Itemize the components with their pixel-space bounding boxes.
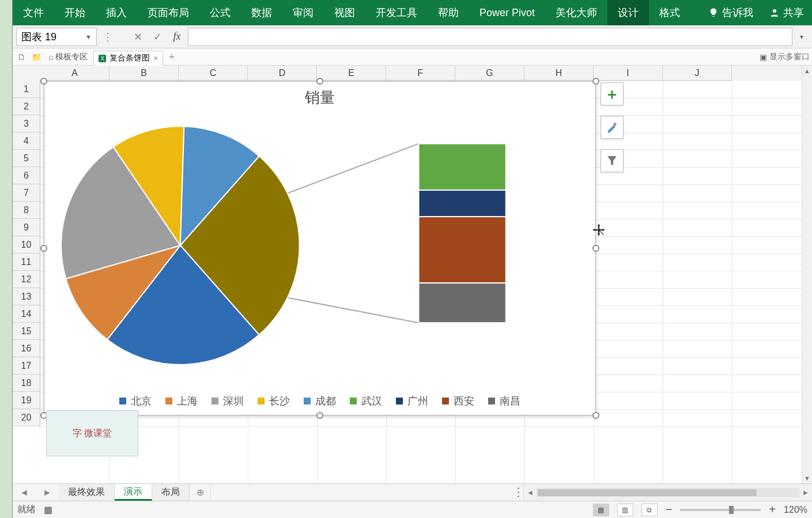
- column-header-G[interactable]: G: [455, 66, 524, 81]
- row-header-1[interactable]: 1: [13, 81, 40, 98]
- ribbon-tab-审阅[interactable]: 审阅: [282, 0, 324, 25]
- formula-input[interactable]: [188, 28, 792, 46]
- row-header-11[interactable]: 11: [13, 254, 40, 271]
- chart-legend[interactable]: 北京上海深圳长沙成都武汉广州西安南昌: [44, 394, 595, 408]
- hscroll-thumb[interactable]: [538, 489, 757, 496]
- chart-title[interactable]: 销量: [44, 88, 595, 108]
- legend-item-成都[interactable]: 成都: [304, 394, 336, 408]
- bar-segment-广州[interactable]: [419, 190, 506, 217]
- chart-handle[interactable]: [40, 78, 47, 85]
- chart-handle[interactable]: [316, 412, 323, 419]
- bar-segment-西安[interactable]: [419, 217, 506, 283]
- row-header-17[interactable]: 17: [13, 357, 40, 375]
- row-header-9[interactable]: 9: [13, 219, 40, 236]
- zoom-out-button[interactable]: −: [666, 503, 673, 516]
- column-header-D[interactable]: D: [248, 66, 317, 81]
- row-header-19[interactable]: 19: [13, 392, 40, 409]
- hscroll-right-icon[interactable]: ►: [799, 489, 812, 497]
- zoom-slider[interactable]: [680, 509, 761, 511]
- insert-function-icon[interactable]: fx: [168, 28, 186, 46]
- tell-me-button[interactable]: 告诉我: [700, 0, 761, 25]
- ribbon-tab-美化大师[interactable]: 美化大师: [545, 0, 607, 25]
- zoom-in-button[interactable]: +: [769, 503, 776, 516]
- ribbon-tab-帮助[interactable]: 帮助: [428, 0, 469, 25]
- chart-handle[interactable]: [592, 78, 599, 85]
- sheet-tab-布局[interactable]: 布局: [152, 484, 190, 501]
- show-multi-window-button[interactable]: ▣ 显示多窗口: [760, 52, 810, 62]
- ribbon-tab-插入[interactable]: 插入: [96, 0, 137, 25]
- row-header-7[interactable]: 7: [13, 184, 40, 202]
- share-button[interactable]: 共享: [761, 0, 812, 25]
- chart-filters-button[interactable]: [600, 149, 624, 172]
- ribbon-tab-数据[interactable]: 数据: [241, 0, 282, 25]
- hscroll-left-icon[interactable]: ◄: [524, 489, 537, 497]
- row-header-5[interactable]: 5: [13, 150, 40, 167]
- column-header-J[interactable]: J: [663, 66, 732, 81]
- add-sheet-button[interactable]: ⊕: [190, 484, 210, 501]
- legend-item-上海[interactable]: 上海: [165, 394, 198, 408]
- chart-elements-button[interactable]: ＋: [600, 82, 624, 105]
- column-header-B[interactable]: B: [109, 66, 179, 81]
- horizontal-scrollbar[interactable]: ◄ ►: [524, 484, 812, 501]
- bar-segment-南昌[interactable]: [419, 283, 506, 323]
- zoom-level-label[interactable]: 120%: [784, 505, 807, 515]
- row-header-4[interactable]: 4: [13, 133, 40, 150]
- row-header-14[interactable]: 14: [13, 305, 40, 323]
- scroll-down-icon[interactable]: ▼: [802, 473, 812, 483]
- legend-item-西安[interactable]: 西安: [442, 394, 474, 408]
- ribbon-tab-格式[interactable]: 格式: [649, 0, 690, 25]
- new-tab-button[interactable]: ＋: [165, 51, 178, 63]
- chart-handle[interactable]: [40, 245, 47, 252]
- column-header-H[interactable]: H: [524, 66, 594, 81]
- row-header-10[interactable]: 10: [13, 236, 40, 254]
- row-header-15[interactable]: 15: [13, 323, 40, 340]
- view-normal-button[interactable]: ▦: [593, 504, 609, 516]
- row-header-18[interactable]: 18: [13, 375, 40, 392]
- template-zone-button[interactable]: ⌂ 模板专区: [45, 52, 91, 62]
- sheet-nav-prev[interactable]: ◄: [13, 484, 36, 501]
- close-tab-icon[interactable]: ×: [153, 54, 158, 63]
- row-header-6[interactable]: 6: [13, 167, 40, 184]
- chart-handle[interactable]: [316, 78, 323, 85]
- legend-item-深圳[interactable]: 深圳: [212, 394, 244, 408]
- chart-plot-area[interactable]: [58, 116, 581, 380]
- row-header-16[interactable]: 16: [13, 340, 40, 357]
- ribbon-tab-开发工具[interactable]: 开发工具: [365, 0, 428, 25]
- ribbon-tab-文件[interactable]: 文件: [13, 0, 54, 25]
- bar-segment-武汉[interactable]: [419, 143, 506, 190]
- name-box-dropdown-icon[interactable]: ▼: [85, 33, 92, 40]
- row-header-8[interactable]: 8: [13, 202, 40, 219]
- vertical-scrollbar[interactable]: ▲ ▼: [802, 66, 812, 483]
- cancel-entry-icon[interactable]: ✕: [129, 28, 146, 46]
- legend-item-北京[interactable]: 北京: [119, 394, 152, 408]
- legend-item-南昌[interactable]: 南昌: [488, 394, 520, 408]
- ribbon-tab-开始[interactable]: 开始: [54, 0, 96, 25]
- sheet-tab-最终效果[interactable]: 最终效果: [59, 484, 115, 501]
- formula-bar-expand-icon[interactable]: ▾: [795, 33, 809, 41]
- fb-more-icon[interactable]: ⋮: [99, 28, 116, 46]
- new-doc-icon[interactable]: 🗋: [15, 51, 28, 63]
- chart-styles-button[interactable]: [600, 116, 624, 139]
- row-header-3[interactable]: 3: [13, 115, 40, 133]
- legend-item-广州[interactable]: 广州: [396, 394, 428, 408]
- view-pagebreak-button[interactable]: ⧉: [641, 504, 658, 516]
- zoom-knob[interactable]: [729, 506, 734, 514]
- sheet-nav-next[interactable]: ►: [36, 484, 59, 501]
- ribbon-tab-视图[interactable]: 视图: [324, 0, 365, 25]
- name-box[interactable]: 图表 19 ▼: [16, 28, 97, 46]
- confirm-entry-icon[interactable]: ✓: [149, 28, 166, 46]
- chart-handle[interactable]: [592, 245, 599, 252]
- hscroll-track[interactable]: [537, 488, 799, 497]
- column-header-F[interactable]: F: [386, 66, 455, 81]
- view-pagelayout-button[interactable]: ▥: [617, 504, 633, 516]
- row-header-2[interactable]: 2: [13, 98, 40, 115]
- ribbon-tab-设计[interactable]: 设计: [607, 0, 649, 25]
- macro-record-icon[interactable]: ▦: [44, 504, 52, 515]
- legend-item-武汉[interactable]: 武汉: [350, 394, 382, 408]
- open-folder-icon[interactable]: 📁: [30, 51, 43, 63]
- chart-object[interactable]: 销量 北京上海深圳长沙成都武汉广州西安南昌: [44, 81, 596, 415]
- ribbon-tab-公式[interactable]: 公式: [199, 0, 241, 25]
- tab-split-handle[interactable]: [518, 486, 521, 498]
- legend-item-长沙[interactable]: 长沙: [258, 394, 290, 408]
- workbook-tab[interactable]: X 复合条饼图 ×: [93, 51, 163, 66]
